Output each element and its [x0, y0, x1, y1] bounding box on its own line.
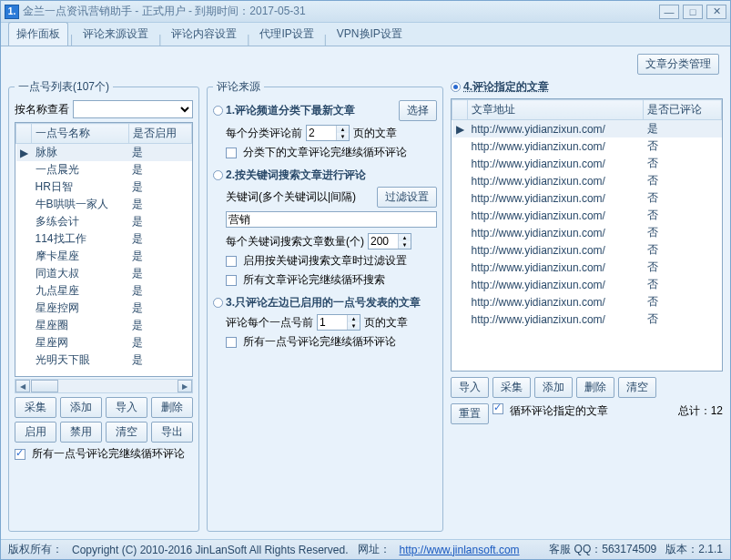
reset-button[interactable]: 重置 — [451, 403, 489, 424]
tab-bar: 操作面板| 评论来源设置| 评论内容设置| 代理IP设置| VPN换IP设置 — [1, 23, 730, 46]
keyword-input[interactable] — [226, 211, 437, 228]
sec2-loop-label: 所有文章评论完继续循环搜索 — [243, 272, 385, 288]
table-row[interactable]: http://www.yidianzixun.com/否 — [452, 241, 722, 259]
sec1-loop-check[interactable] — [226, 148, 237, 158]
article-add-button[interactable]: 添加 — [534, 377, 573, 398]
tab-proxy-ip[interactable]: 代理IP设置 — [251, 22, 321, 46]
source-1-radio[interactable] — [213, 106, 223, 116]
keyword-count-spinner[interactable]: ▲▼ — [368, 233, 411, 249]
select-category-button[interactable]: 选择 — [399, 100, 437, 121]
app-icon: 1. — [5, 5, 19, 19]
right-column: 4.评论指定的文章 文章地址 是否已评论 ▶http://www.yidianz… — [451, 79, 723, 532]
table-row[interactable]: http://www.yidianzixun.com/否 — [452, 311, 722, 328]
keyword-label: 关键词(多个关键词以|间隔) — [226, 189, 356, 205]
article-import-button[interactable]: 导入 — [451, 377, 489, 398]
total-count: 总计：12 — [678, 403, 723, 424]
source-4-radio[interactable] — [451, 82, 461, 92]
table-row[interactable]: 114找工作是 — [16, 230, 192, 248]
sec3-pages-input[interactable] — [318, 315, 347, 330]
table-row[interactable]: 多练会计是 — [16, 213, 192, 230]
table-row[interactable]: 同道大叔是 — [16, 265, 192, 282]
table-row[interactable]: 一点晨光是 — [16, 161, 192, 178]
table-row[interactable]: http://www.yidianzixun.com/否 — [452, 259, 722, 276]
collect-button[interactable]: 采集 — [15, 397, 56, 418]
article-collect-button[interactable]: 采集 — [492, 377, 531, 398]
clear-button[interactable]: 清空 — [106, 422, 147, 443]
keyword-count-label: 每个关键词搜索文章数量(个) — [226, 234, 364, 249]
sec2-filter-check[interactable] — [226, 256, 237, 267]
keyword-count-input[interactable] — [369, 234, 398, 249]
article-table[interactable]: 文章地址 是否已评论 ▶http://www.yidianzixun.com/是… — [451, 98, 723, 372]
loop-all-accounts-check[interactable] — [15, 449, 25, 460]
sec3-pages-suffix: 页的文章 — [364, 315, 408, 331]
table-row[interactable]: 星座网是 — [16, 334, 192, 351]
source-3-title: 3.只评论左边已启用的一点号发表的文章 — [226, 295, 421, 311]
enable-button[interactable]: 启用 — [15, 422, 56, 443]
table-row[interactable]: http://www.yidianzixun.com/否 — [452, 224, 722, 241]
comment-source-legend: 评论来源 — [213, 79, 264, 95]
sec3-pages-spinner[interactable]: ▲▼ — [317, 314, 360, 331]
site-link[interactable]: http://www.jinlansoft.com — [400, 544, 520, 556]
source-2-radio[interactable] — [213, 170, 223, 180]
tab-operation-panel[interactable]: 操作面板 — [8, 22, 68, 46]
tab-comment-content[interactable]: 评论内容设置 — [163, 22, 245, 46]
table-row[interactable]: http://www.yidianzixun.com/否 — [452, 155, 722, 172]
disable-button[interactable]: 禁用 — [60, 422, 102, 443]
table-row[interactable]: http://www.yidianzixun.com/否 — [452, 189, 722, 207]
table-row[interactable]: 光明天下眼是 — [16, 351, 192, 369]
comment-source-panel: 评论来源 1.评论频道分类下最新文章 选择 每个分类评论前 ▲▼ 页的文章 — [207, 79, 443, 532]
add-button[interactable]: 添加 — [60, 397, 102, 418]
sec2-loop-check[interactable] — [226, 275, 237, 286]
table-row[interactable]: 牛B哄哄一家人是 — [16, 196, 192, 213]
tab-comment-source[interactable]: 评论来源设置 — [75, 22, 157, 46]
filter-settings-button[interactable]: 过滤设置 — [377, 187, 437, 208]
content-area: 文章分类管理 一点号列表(107个) 按名称查看 一点号名称 是否启用 — [1, 46, 730, 539]
export-button[interactable]: 导出 — [151, 422, 193, 443]
sec3-pages-prefix: 评论每个一点号前 — [226, 315, 313, 331]
article-delete-button[interactable]: 删除 — [576, 377, 614, 398]
sec3-loop-check[interactable] — [226, 337, 237, 348]
sec1-pages-input[interactable] — [307, 126, 336, 140]
site-label: 网址： — [358, 542, 391, 557]
copyright-label: 版权所有： — [8, 542, 63, 557]
table-row[interactable]: http://www.yidianzixun.com/否 — [452, 137, 722, 155]
table-row[interactable]: http://www.yidianzixun.com/否 — [452, 276, 722, 293]
import-button[interactable]: 导入 — [106, 397, 147, 418]
source-3-radio[interactable] — [213, 298, 223, 308]
source-2-title: 2.按关键词搜索文章进行评论 — [226, 168, 366, 183]
table-row[interactable]: ▶http://www.yidianzixun.com/是 — [452, 120, 722, 138]
table-row[interactable]: HR日智是 — [16, 178, 192, 196]
account-list-panel: 一点号列表(107个) 按名称查看 一点号名称 是否启用 ▶脉脉是一点晨光是HR… — [8, 79, 199, 532]
table-row[interactable]: 摩卡星座是 — [16, 248, 192, 265]
table-row[interactable]: http://www.yidianzixun.com/否 — [452, 293, 722, 311]
table-row[interactable]: ▶脉脉是 — [16, 144, 192, 162]
sec1-pages-prefix: 每个分类评论前 — [226, 126, 302, 141]
account-list-legend: 一点号列表(107个) — [15, 79, 113, 95]
loop-articles-check[interactable] — [492, 403, 503, 414]
status-bar: 版权所有： Copyright (C) 2010-2016 JinLanSoft… — [1, 539, 730, 559]
copyright-text: Copyright (C) 2010-2016 JinLanSoft All R… — [72, 544, 349, 556]
qq-text: 客服 QQ：563174509 — [549, 542, 656, 557]
table-row[interactable]: http://www.yidianzixun.com/否 — [452, 172, 722, 189]
article-clear-button[interactable]: 清空 — [618, 377, 656, 398]
table-row[interactable]: 九点星座是 — [16, 282, 192, 300]
titlebar: 1. 金兰一点资讯营销助手 - 正式用户 - 到期时间：2017-05-31 —… — [1, 1, 730, 23]
minimize-button[interactable]: — — [659, 5, 679, 19]
tab-vpn-ip[interactable]: VPN换IP设置 — [329, 22, 411, 46]
close-button[interactable]: ✕ — [706, 5, 726, 19]
sec1-pages-spinner[interactable]: ▲▼ — [306, 125, 350, 141]
delete-button[interactable]: 删除 — [151, 397, 193, 418]
account-table[interactable]: 一点号名称 是否启用 ▶脉脉是一点晨光是HR日智是牛B哄哄一家人是多练会计是11… — [15, 122, 193, 377]
sec1-pages-suffix: 页的文章 — [353, 126, 397, 141]
version-text: 版本：2.1.1 — [665, 542, 723, 557]
maximize-button[interactable]: □ — [683, 5, 703, 19]
app-window: 1. 金兰一点资讯营销助手 - 正式用户 - 到期时间：2017-05-31 —… — [0, 0, 731, 560]
category-manage-button[interactable]: 文章分类管理 — [637, 54, 719, 75]
col-enabled: 是否启用 — [128, 124, 191, 144]
loop-articles-label: 循环评论指定的文章 — [510, 403, 608, 424]
table-row[interactable]: 星座控网是 — [16, 300, 192, 317]
h-scrollbar[interactable]: ◀▶ — [15, 379, 193, 393]
table-row[interactable]: http://www.yidianzixun.com/否 — [452, 207, 722, 224]
filter-select[interactable] — [73, 100, 193, 118]
table-row[interactable]: 星座圈是 — [16, 317, 192, 334]
